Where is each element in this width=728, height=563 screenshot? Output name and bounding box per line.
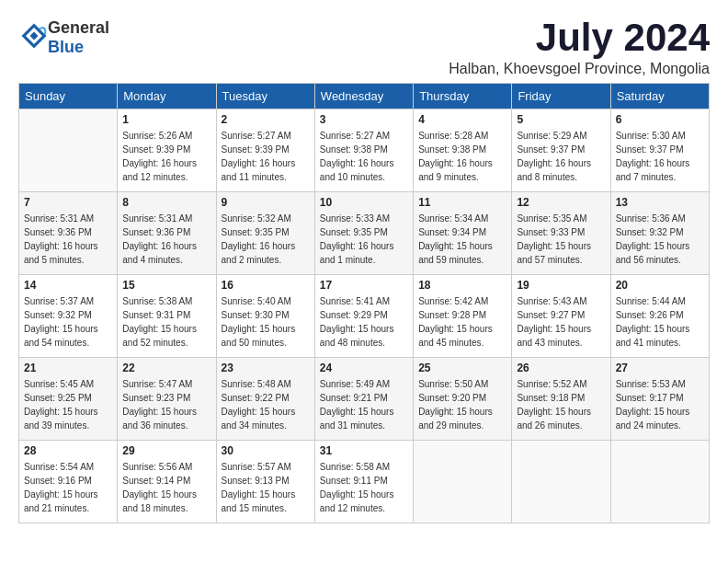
- day-info: Sunrise: 5:58 AM Sunset: 9:11 PM Dayligh…: [320, 460, 408, 515]
- calendar-table: Sunday Monday Tuesday Wednesday Thursday…: [18, 83, 710, 523]
- table-row: 17Sunrise: 5:41 AM Sunset: 9:29 PM Dayli…: [314, 275, 413, 358]
- table-row: [19, 109, 118, 192]
- day-info: Sunrise: 5:33 AM Sunset: 9:35 PM Dayligh…: [320, 212, 408, 267]
- col-sunday: Sunday: [19, 84, 118, 109]
- day-info: Sunrise: 5:28 AM Sunset: 9:38 PM Dayligh…: [418, 129, 506, 184]
- day-number: 4: [418, 113, 506, 126]
- table-row: 25Sunrise: 5:50 AM Sunset: 9:20 PM Dayli…: [414, 358, 512, 441]
- day-number: 21: [24, 362, 112, 374]
- day-number: 15: [122, 279, 210, 292]
- day-number: 22: [122, 362, 210, 374]
- day-number: 30: [222, 444, 310, 457]
- day-info: Sunrise: 5:35 AM Sunset: 9:33 PM Dayligh…: [517, 212, 605, 267]
- day-number: 19: [517, 279, 605, 292]
- calendar-header-row: Sunday Monday Tuesday Wednesday Thursday…: [19, 84, 710, 109]
- table-row: 28Sunrise: 5:54 AM Sunset: 9:16 PM Dayli…: [19, 441, 118, 523]
- day-number: 28: [24, 444, 112, 457]
- logo-blue-text: Blue: [48, 38, 84, 56]
- day-info: Sunrise: 5:57 AM Sunset: 9:13 PM Dayligh…: [222, 460, 310, 515]
- calendar-week-row: 14Sunrise: 5:37 AM Sunset: 9:32 PM Dayli…: [19, 275, 710, 358]
- day-number: 7: [24, 196, 112, 209]
- day-info: Sunrise: 5:31 AM Sunset: 9:36 PM Dayligh…: [24, 212, 112, 267]
- table-row: 10Sunrise: 5:33 AM Sunset: 9:35 PM Dayli…: [314, 192, 413, 275]
- day-info: Sunrise: 5:44 AM Sunset: 9:26 PM Dayligh…: [616, 294, 704, 350]
- day-info: Sunrise: 5:49 AM Sunset: 9:21 PM Dayligh…: [320, 377, 408, 432]
- calendar-week-row: 7Sunrise: 5:31 AM Sunset: 9:36 PM Daylig…: [19, 192, 710, 275]
- table-row: 8Sunrise: 5:31 AM Sunset: 9:36 PM Daylig…: [118, 192, 216, 275]
- day-info: Sunrise: 5:41 AM Sunset: 9:29 PM Dayligh…: [320, 294, 408, 350]
- table-row: 4Sunrise: 5:28 AM Sunset: 9:38 PM Daylig…: [414, 109, 512, 192]
- day-number: 11: [418, 196, 506, 209]
- calendar-week-row: 1Sunrise: 5:26 AM Sunset: 9:39 PM Daylig…: [19, 109, 710, 192]
- day-number: 10: [320, 196, 408, 209]
- day-info: Sunrise: 5:36 AM Sunset: 9:32 PM Dayligh…: [616, 212, 704, 267]
- col-thursday: Thursday: [414, 84, 512, 109]
- table-row: 18Sunrise: 5:42 AM Sunset: 9:28 PM Dayli…: [414, 275, 512, 358]
- header: General Blue July 2024 Halban, Khoevsgoe…: [18, 18, 710, 77]
- day-info: Sunrise: 5:48 AM Sunset: 9:22 PM Dayligh…: [222, 377, 310, 432]
- table-row: [512, 441, 610, 523]
- table-row: 1Sunrise: 5:26 AM Sunset: 9:39 PM Daylig…: [118, 109, 216, 192]
- day-info: Sunrise: 5:40 AM Sunset: 9:30 PM Dayligh…: [222, 294, 310, 350]
- col-friday: Friday: [512, 84, 610, 109]
- month-year-title: July 2024: [449, 18, 710, 57]
- table-row: 13Sunrise: 5:36 AM Sunset: 9:32 PM Dayli…: [610, 192, 709, 275]
- day-number: 25: [418, 362, 506, 374]
- col-saturday: Saturday: [610, 84, 709, 109]
- day-number: 12: [517, 196, 605, 209]
- table-row: 9Sunrise: 5:32 AM Sunset: 9:35 PM Daylig…: [216, 192, 314, 275]
- logo: General Blue: [18, 18, 109, 57]
- day-number: 23: [222, 362, 310, 374]
- day-info: Sunrise: 5:50 AM Sunset: 9:20 PM Dayligh…: [418, 377, 506, 432]
- title-block: July 2024 Halban, Khoevsgoel Province, M…: [449, 18, 710, 77]
- table-row: 7Sunrise: 5:31 AM Sunset: 9:36 PM Daylig…: [19, 192, 118, 275]
- day-number: 29: [122, 444, 210, 457]
- table-row: 2Sunrise: 5:27 AM Sunset: 9:39 PM Daylig…: [216, 109, 314, 192]
- day-info: Sunrise: 5:52 AM Sunset: 9:18 PM Dayligh…: [517, 377, 605, 432]
- day-info: Sunrise: 5:32 AM Sunset: 9:35 PM Dayligh…: [222, 212, 310, 267]
- table-row: 26Sunrise: 5:52 AM Sunset: 9:18 PM Dayli…: [512, 358, 610, 441]
- day-number: 1: [122, 113, 210, 126]
- table-row: 14Sunrise: 5:37 AM Sunset: 9:32 PM Dayli…: [19, 275, 118, 358]
- day-number: 6: [616, 113, 704, 126]
- day-info: Sunrise: 5:43 AM Sunset: 9:27 PM Dayligh…: [517, 294, 605, 350]
- day-number: 31: [320, 444, 408, 457]
- table-row: 23Sunrise: 5:48 AM Sunset: 9:22 PM Dayli…: [216, 358, 314, 441]
- day-number: 2: [222, 113, 310, 126]
- day-number: 16: [222, 279, 310, 292]
- calendar-week-row: 28Sunrise: 5:54 AM Sunset: 9:16 PM Dayli…: [19, 441, 710, 523]
- day-number: 26: [517, 362, 605, 374]
- day-info: Sunrise: 5:47 AM Sunset: 9:23 PM Dayligh…: [122, 377, 210, 432]
- table-row: 29Sunrise: 5:56 AM Sunset: 9:14 PM Dayli…: [118, 441, 216, 523]
- table-row: 3Sunrise: 5:27 AM Sunset: 9:38 PM Daylig…: [314, 109, 413, 192]
- day-info: Sunrise: 5:34 AM Sunset: 9:34 PM Dayligh…: [418, 212, 506, 267]
- table-row: 11Sunrise: 5:34 AM Sunset: 9:34 PM Dayli…: [414, 192, 512, 275]
- day-number: 18: [418, 279, 506, 292]
- day-number: 13: [616, 196, 704, 209]
- day-info: Sunrise: 5:31 AM Sunset: 9:36 PM Dayligh…: [122, 212, 210, 267]
- table-row: 19Sunrise: 5:43 AM Sunset: 9:27 PM Dayli…: [512, 275, 610, 358]
- table-row: 15Sunrise: 5:38 AM Sunset: 9:31 PM Dayli…: [118, 275, 216, 358]
- day-number: 17: [320, 279, 408, 292]
- day-info: Sunrise: 5:45 AM Sunset: 9:25 PM Dayligh…: [24, 377, 112, 432]
- table-row: 5Sunrise: 5:29 AM Sunset: 9:37 PM Daylig…: [512, 109, 610, 192]
- day-info: Sunrise: 5:27 AM Sunset: 9:39 PM Dayligh…: [222, 129, 310, 184]
- day-number: 20: [616, 279, 704, 292]
- day-info: Sunrise: 5:37 AM Sunset: 9:32 PM Dayligh…: [24, 294, 112, 350]
- calendar-week-row: 21Sunrise: 5:45 AM Sunset: 9:25 PM Dayli…: [19, 358, 710, 441]
- table-row: 24Sunrise: 5:49 AM Sunset: 9:21 PM Dayli…: [314, 358, 413, 441]
- logo-icon: [20, 22, 48, 50]
- day-info: Sunrise: 5:26 AM Sunset: 9:39 PM Dayligh…: [122, 129, 210, 184]
- day-info: Sunrise: 5:56 AM Sunset: 9:14 PM Dayligh…: [122, 460, 210, 515]
- day-number: 27: [616, 362, 704, 374]
- table-row: [610, 441, 709, 523]
- day-info: Sunrise: 5:53 AM Sunset: 9:17 PM Dayligh…: [616, 377, 704, 432]
- col-wednesday: Wednesday: [314, 84, 413, 109]
- col-monday: Monday: [118, 84, 216, 109]
- day-info: Sunrise: 5:29 AM Sunset: 9:37 PM Dayligh…: [517, 129, 605, 184]
- table-row: 16Sunrise: 5:40 AM Sunset: 9:30 PM Dayli…: [216, 275, 314, 358]
- table-row: 30Sunrise: 5:57 AM Sunset: 9:13 PM Dayli…: [216, 441, 314, 523]
- day-number: 24: [320, 362, 408, 374]
- table-row: 12Sunrise: 5:35 AM Sunset: 9:33 PM Dayli…: [512, 192, 610, 275]
- table-row: 20Sunrise: 5:44 AM Sunset: 9:26 PM Dayli…: [610, 275, 709, 358]
